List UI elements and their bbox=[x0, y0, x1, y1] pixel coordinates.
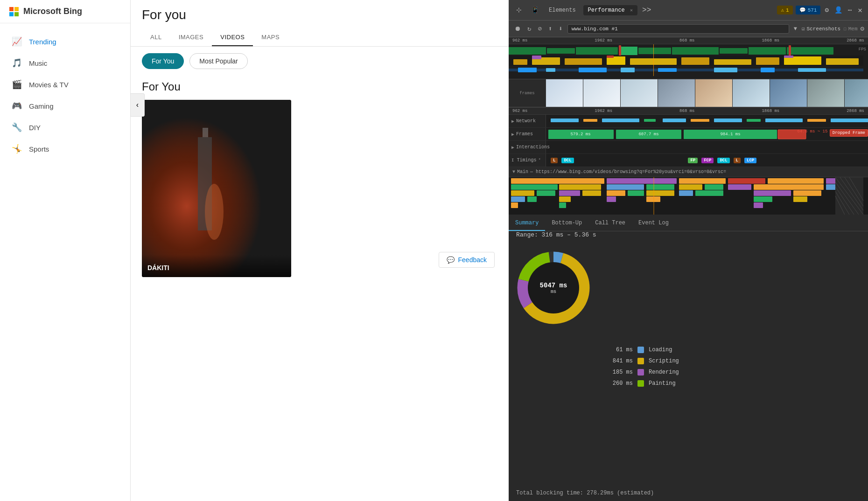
tab-summary[interactable]: Summary bbox=[509, 216, 545, 231]
sidebar-item-music[interactable]: 🎵 Music bbox=[0, 52, 130, 74]
music-icon: 🎵 bbox=[11, 58, 22, 68]
svg-rect-82 bbox=[695, 190, 723, 196]
stop-button[interactable]: ⊘ bbox=[536, 24, 543, 34]
devtools-close-button[interactable]: ✕ bbox=[856, 6, 864, 15]
svg-rect-37 bbox=[761, 68, 775, 72]
brand-name: Microsoft Bing bbox=[23, 7, 82, 16]
legend-painting-color bbox=[637, 380, 644, 387]
svg-rect-35 bbox=[658, 68, 677, 72]
ruler-label-4: 2868 ms bbox=[847, 38, 864, 43]
capture-settings-icon[interactable]: ⚙ bbox=[861, 25, 864, 33]
svg-rect-29 bbox=[784, 56, 793, 58]
svg-text:984.1 ms: 984.1 ms bbox=[720, 132, 740, 137]
sidebar-item-label-movies: Movies & TV bbox=[29, 81, 69, 89]
sports-icon: 🤸 bbox=[11, 144, 22, 154]
sidebar-item-movies[interactable]: 🎬 Movies & TV bbox=[0, 74, 130, 95]
tab-videos[interactable]: VIDEOS bbox=[212, 29, 253, 46]
svg-rect-23 bbox=[714, 59, 751, 65]
svg-rect-15 bbox=[789, 45, 791, 56]
sidebar-item-label-music: Music bbox=[29, 59, 47, 67]
screenshot-thumb-1 bbox=[546, 79, 583, 107]
tab-close-icon[interactable]: ✕ bbox=[630, 8, 633, 13]
tab-event-log[interactable]: Event Log bbox=[632, 216, 675, 231]
donut-center-label: 5047 ms ms bbox=[540, 282, 567, 294]
devtools-panel: ⊹ 📱 Elements Performance ✕ >> ⚠ 1 💬 571 … bbox=[509, 0, 868, 501]
tab-all[interactable]: ALL bbox=[142, 29, 170, 46]
diy-icon: 🔧 bbox=[11, 122, 22, 132]
memory-checkbox[interactable]: ☐ Mem bbox=[843, 26, 857, 32]
tab-performance[interactable]: Performance ✕ bbox=[583, 5, 637, 15]
interactions-expand[interactable]: ▶ bbox=[511, 145, 514, 150]
main-thread-expand[interactable]: ▼ bbox=[512, 169, 515, 174]
video-thumbnail[interactable]: DÁKITI bbox=[142, 100, 291, 277]
flame-chart bbox=[509, 177, 868, 215]
tab-call-tree[interactable]: Call Tree bbox=[588, 216, 632, 231]
tab-maps[interactable]: MAPS bbox=[253, 29, 288, 46]
screenshots-checkbox[interactable]: ☑ Screenshots bbox=[802, 26, 840, 32]
url-input[interactable] bbox=[567, 24, 789, 34]
network-expand[interactable]: ▶ bbox=[511, 118, 514, 124]
ruler2-label-2: 868 ms bbox=[679, 109, 694, 113]
devtools-topbar: ⊹ 📱 Elements Performance ✕ >> ⚠ 1 💬 571 … bbox=[509, 0, 868, 21]
profile-button[interactable]: 👤 bbox=[833, 6, 844, 14]
svg-rect-69 bbox=[679, 184, 702, 190]
screenshot-thumb-6 bbox=[733, 79, 770, 107]
download-button[interactable]: ⬇ bbox=[557, 24, 564, 34]
more-options-button[interactable]: ⋯ bbox=[847, 6, 853, 14]
ruler2-label-0: 962 ms bbox=[512, 109, 527, 113]
record-button[interactable]: ⏺ bbox=[512, 24, 523, 34]
legend-painting: 260 ms Painting bbox=[609, 380, 679, 387]
screenshot-thumb-7 bbox=[770, 79, 807, 107]
screenshot-thumb-8 bbox=[807, 79, 845, 107]
interactions-content bbox=[546, 141, 868, 153]
svg-rect-17 bbox=[513, 59, 527, 65]
main-thread-url-text: — https://www.bing.com/videos/browsing?q… bbox=[530, 169, 726, 174]
filter-for-you[interactable]: For You bbox=[142, 53, 184, 69]
devtools-urlbar: ⏺ ↻ ⊘ ⬆ ⬇ ▼ ☑ Screenshots ☐ Mem ⚙ bbox=[509, 21, 868, 37]
svg-rect-61 bbox=[679, 178, 726, 184]
svg-rect-7 bbox=[576, 47, 618, 55]
page-title: For you bbox=[142, 7, 497, 22]
svg-rect-9 bbox=[638, 48, 671, 54]
legend-scripting-label: Scripting bbox=[649, 358, 679, 364]
sidebar-item-sports[interactable]: 🤸 Sports bbox=[0, 138, 130, 160]
device-icon: 📱 bbox=[531, 6, 539, 14]
sidebar-item-trending[interactable]: 📈 Trending bbox=[0, 31, 130, 52]
filter-most-popular[interactable]: Most Popular bbox=[189, 53, 247, 69]
settings-button[interactable]: ⚙ bbox=[823, 6, 830, 14]
warning-count[interactable]: ⚠ 1 bbox=[777, 6, 792, 14]
warning-icon: ⚠ bbox=[781, 7, 784, 13]
svg-rect-75 bbox=[537, 190, 555, 196]
nav-items: 📈 Trending 🎵 Music 🎬 Movies & TV 🎮 Gamin… bbox=[0, 23, 130, 501]
tab-images[interactable]: IMAGES bbox=[170, 29, 212, 46]
svg-rect-10 bbox=[672, 47, 719, 55]
more-tabs-button[interactable]: >> bbox=[640, 6, 653, 14]
sidebar-item-gaming[interactable]: 🎮 Gaming bbox=[0, 95, 130, 117]
svg-rect-94 bbox=[754, 202, 763, 208]
tab-elements[interactable]: Elements bbox=[544, 5, 581, 15]
reload-button[interactable]: ↻ bbox=[525, 24, 533, 34]
total-blocking-time: Total blocking time: 278.29ms (estimated… bbox=[509, 490, 868, 501]
svg-rect-59 bbox=[511, 178, 604, 184]
info-count[interactable]: 💬 571 bbox=[796, 6, 821, 14]
search-bar-area: For you ALL IMAGES VIDEOS MAPS bbox=[131, 0, 509, 47]
svg-rect-32 bbox=[546, 68, 555, 72]
svg-rect-71 bbox=[728, 184, 751, 190]
upload-button[interactable]: ⬆ bbox=[546, 24, 554, 34]
legend-scripting-ms: 841 ms bbox=[609, 358, 633, 364]
tab-bottom-up[interactable]: Bottom-Up bbox=[545, 216, 588, 231]
element-picker-button[interactable]: ⊹ bbox=[512, 4, 525, 17]
device-toggle-button[interactable]: 📱 bbox=[528, 4, 541, 17]
sidebar-collapse-button[interactable]: ‹ bbox=[131, 93, 145, 117]
summary-section: Summary Bottom-Up Call Tree Event Log Ra… bbox=[509, 215, 868, 501]
svg-text:579.2 ms: 579.2 ms bbox=[570, 132, 590, 137]
donut-sublabel: ms bbox=[540, 289, 567, 294]
legend-painting-label: Painting bbox=[649, 380, 676, 387]
track-section: ▶ Network bbox=[509, 115, 868, 167]
url-dropdown-icon[interactable]: ▼ bbox=[792, 26, 799, 32]
sidebar-item-diy[interactable]: 🔧 DIY bbox=[0, 117, 130, 138]
frames-expand[interactable]: ▶ bbox=[511, 132, 514, 137]
svg-rect-66 bbox=[559, 184, 601, 190]
feedback-button[interactable]: 💬 Feedback bbox=[439, 252, 495, 268]
svg-text:607.7 ms: 607.7 ms bbox=[638, 132, 658, 137]
